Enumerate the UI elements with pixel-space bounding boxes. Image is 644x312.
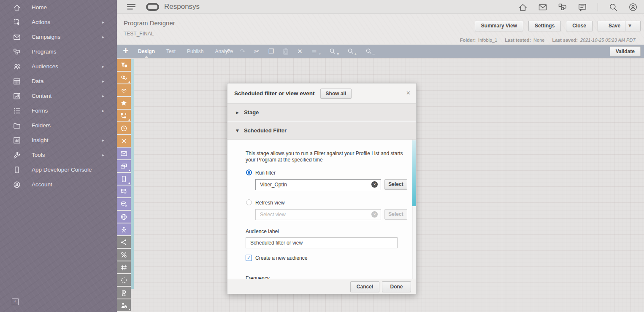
stage-palette (117, 59, 131, 312)
sidebar-item-label: Tools (32, 152, 45, 158)
mail-icon[interactable] (538, 2, 548, 12)
copy-icon[interactable]: ❐ (267, 47, 276, 56)
select-view-button: Select (384, 209, 407, 220)
palette-percent-split-icon[interactable] (117, 249, 131, 261)
cancel-button[interactable]: Cancel (350, 281, 379, 292)
tab-design[interactable]: Design (137, 45, 156, 58)
redo-icon[interactable]: ↷ (238, 47, 247, 56)
validate-button[interactable]: Validate (610, 46, 641, 56)
palette-program-flow-star-icon[interactable] (117, 110, 131, 121)
dialog-scrollbar-thumb[interactable] (412, 140, 416, 206)
select-filter-button[interactable]: Select (384, 179, 407, 190)
sidebar-item-account[interactable]: Account (0, 177, 117, 192)
sidebar-item-content[interactable]: Content ▸ (0, 89, 117, 103)
palette-mobile-campaign-icon[interactable] (117, 173, 131, 185)
align-caret-icon: ▾ (319, 52, 321, 56)
create-audience-checkbox[interactable] (246, 255, 252, 261)
palette-proximity-signal-icon[interactable] (117, 84, 131, 96)
feedback-chat-icon[interactable] (577, 2, 587, 12)
sidebar-item-insight[interactable]: Insight ▸ (0, 133, 117, 148)
sidebar-collapse-button[interactable]: ‹ (12, 299, 19, 305)
add-stage-button[interactable]: + (120, 46, 131, 56)
palette-favorite-event-icon[interactable] (117, 97, 131, 109)
sidebar-item-home[interactable]: Home (0, 0, 117, 15)
sidebar-item-campaigns[interactable]: Campaigns ▸ (0, 30, 117, 44)
cut-icon[interactable]: ✂ (252, 47, 261, 56)
delete-icon[interactable]: ✕ (295, 47, 304, 56)
zoom-menu-icon[interactable]: ▾ (328, 47, 337, 56)
palette-allocation-hash-icon[interactable] (117, 261, 131, 273)
dialog-scrollbar-track[interactable] (412, 140, 416, 280)
sidebar-item-actions[interactable]: Actions ▸ (0, 15, 117, 30)
sidebar-item-forms[interactable]: Forms ▸ (0, 103, 117, 118)
sidebar: Home Actions ▸ Campaigns ▸ Programs Audi… (0, 0, 117, 312)
account-icon[interactable] (628, 2, 638, 12)
chevron-right-icon: ▸ (102, 138, 104, 143)
audience-label-input[interactable] (246, 237, 398, 248)
zoom-in-icon[interactable]: + (346, 47, 355, 56)
palette-scrollbar[interactable] (131, 59, 134, 289)
palette-timer-event-icon[interactable] (117, 122, 131, 134)
palette-data-transfer-icon[interactable] (117, 198, 131, 210)
search-icon[interactable] (608, 2, 618, 12)
sidebar-item-label: Home (32, 4, 47, 11)
sidebar-item-label: Account (32, 181, 52, 188)
save-dropdown-caret-icon[interactable]: ▼ (625, 21, 634, 31)
clear-view-icon (371, 211, 378, 218)
sidebar-item-data[interactable]: Data ▸ (0, 74, 117, 89)
palette-cancel-event-icon[interactable] (117, 135, 131, 147)
clear-filter-icon[interactable] (371, 181, 378, 188)
sidebar-item-folders[interactable]: Folders (0, 118, 117, 133)
close-icon[interactable]: ✕ (406, 90, 411, 96)
designer-tabs: Design Test Publish Analyze (137, 45, 234, 58)
audience-label-caption: Audience label (246, 229, 279, 234)
align-icon[interactable]: ≡▾ (310, 47, 319, 56)
palette-web-channel-icon[interactable] (117, 211, 131, 223)
palette-award-gate-icon[interactable] (117, 287, 131, 299)
tab-publish[interactable]: Publish (186, 45, 204, 58)
palette-data-check-icon[interactable] (117, 186, 131, 197)
palette-campaign-windows-icon[interactable] (117, 160, 131, 172)
topbar-icons (518, 0, 638, 14)
palette-data-switch-share-icon[interactable] (117, 236, 131, 248)
save-split-button[interactable]: Save ▼ (598, 21, 641, 31)
run-filter-label[interactable]: Run filter (255, 170, 276, 176)
close-button[interactable]: Close (566, 21, 593, 31)
refresh-view-radio[interactable] (246, 199, 252, 205)
sidebar-item-label: Campaigns (32, 34, 60, 40)
sidebar-item-audiences[interactable]: Audiences ▸ (0, 59, 117, 74)
undo-icon[interactable]: ↶ (224, 47, 233, 56)
view-input[interactable] (255, 209, 381, 220)
palette-email-campaign-icon[interactable] (117, 148, 131, 159)
section-scheduled-filter[interactable]: ▼ Scheduled Filter (227, 122, 416, 140)
zoom-out-icon[interactable]: − (364, 47, 373, 56)
dialog-header: Scheduled filter or view event Show all … (227, 83, 416, 104)
palette-loop-gate-icon[interactable] (117, 274, 131, 286)
save-button[interactable]: Save (604, 21, 625, 31)
refresh-view-label[interactable]: Refresh view (255, 200, 284, 206)
palette-person-stage-icon[interactable] (117, 223, 131, 235)
sidebar-item-app-developer-console[interactable]: App Developer Console (0, 162, 117, 177)
paste-icon[interactable] (281, 47, 290, 56)
filter-input[interactable] (255, 179, 381, 190)
sidebar-item-programs[interactable]: Programs (0, 44, 117, 59)
palette-recurring-audience-icon[interactable] (117, 72, 131, 83)
palette-person-wait-icon[interactable] (117, 299, 131, 311)
palette-scheduled-filter-event-icon[interactable] (117, 59, 131, 71)
sidebar-item-tools[interactable]: Tools ▸ (0, 148, 117, 162)
section-stage[interactable]: ▶ Stage (227, 104, 416, 121)
run-filter-radio[interactable] (246, 169, 252, 175)
stage-description: This stage allows you to run a Filter ag… (246, 151, 404, 163)
summary-view-button[interactable]: Summary View (475, 21, 523, 31)
console-icon (13, 166, 21, 174)
dialog-footer: Cancel Done (227, 279, 416, 294)
programs-flow-icon[interactable] (557, 2, 568, 12)
show-all-button[interactable]: Show all (320, 89, 352, 99)
settings-button[interactable]: Settings (528, 21, 561, 31)
create-audience-label[interactable]: Create a new audience (255, 255, 307, 261)
home-icon[interactable] (518, 2, 528, 12)
hamburger-menu-icon[interactable] (127, 3, 136, 10)
tab-test[interactable]: Test (165, 45, 176, 58)
app-root: Home Actions ▸ Campaigns ▸ Programs Audi… (0, 0, 644, 312)
done-button[interactable]: Done (382, 281, 411, 292)
